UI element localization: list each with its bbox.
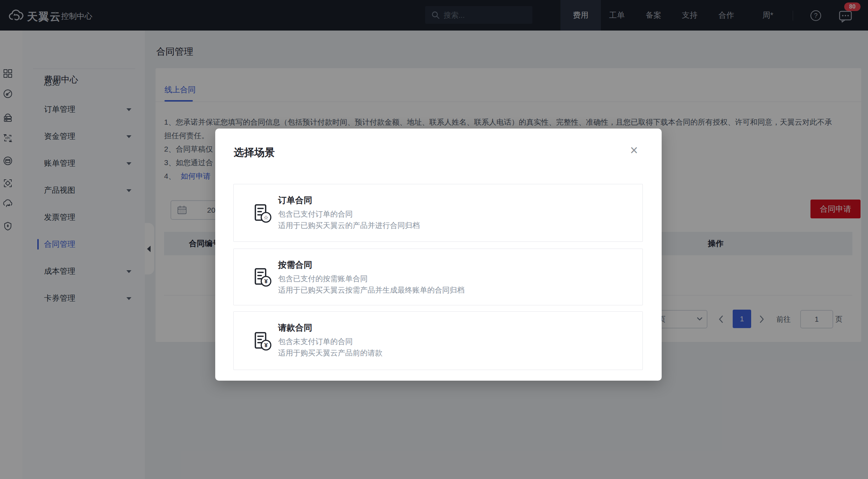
option-text: 请款合同 包含未支付订单的合同 适用于购买天翼云产品前的请款 [278, 322, 383, 359]
option-title: 请款合同 [278, 322, 383, 334]
icon-badge-glyph: ¥ [264, 342, 268, 349]
option-ondemand-contract[interactable]: ¥ 按需合同 包含已支付的按需账单合同 适用于已购买天翼云按需产品并生成最终账单… [233, 249, 643, 305]
contract-yuan-icon: ¥ [251, 266, 272, 288]
option-order-contract[interactable]: ☆ 订单合同 包含已支付订单的合同 适用于已购买天翼云的产品并进行合同归档 [233, 184, 643, 242]
option-desc-1: 包含未支付订单的合同 [278, 336, 383, 347]
modal-title: 选择场景 [234, 146, 275, 160]
icon-badge-glyph: ☆ [264, 214, 268, 221]
option-desc-2: 适用于购买天翼云产品前的请款 [278, 347, 383, 359]
option-title: 按需合同 [278, 259, 465, 271]
option-desc-1: 包含已支付订单的合同 [278, 208, 420, 220]
contract-star-icon: ☆ [251, 202, 272, 224]
option-text: 订单合同 包含已支付订单的合同 适用于已购买天翼云的产品并进行合同归档 [278, 194, 420, 231]
option-desc-2: 适用于已购买天翼云按需产品并生成最终账单的合同归档 [278, 284, 465, 296]
contract-yuan-icon: ¥ [251, 330, 272, 352]
option-desc-1: 包含已支付的按需账单合同 [278, 273, 465, 284]
icon-badge-glyph: ¥ [264, 278, 268, 285]
option-title: 订单合同 [278, 194, 420, 206]
scenario-modal: 选择场景 × ☆ 订单合同 包含已支付订单的合同 适用于已购买天翼云的产品并进行… [215, 129, 662, 381]
option-text: 按需合同 包含已支付的按需账单合同 适用于已购买天翼云按需产品并生成最终账单的合… [278, 259, 465, 296]
option-payment-request-contract[interactable]: ¥ 请款合同 包含未支付订单的合同 适用于购买天翼云产品前的请款 [233, 311, 643, 370]
option-desc-2: 适用于已购买天翼云的产品并进行合同归档 [278, 220, 420, 231]
close-icon[interactable]: × [630, 143, 638, 157]
